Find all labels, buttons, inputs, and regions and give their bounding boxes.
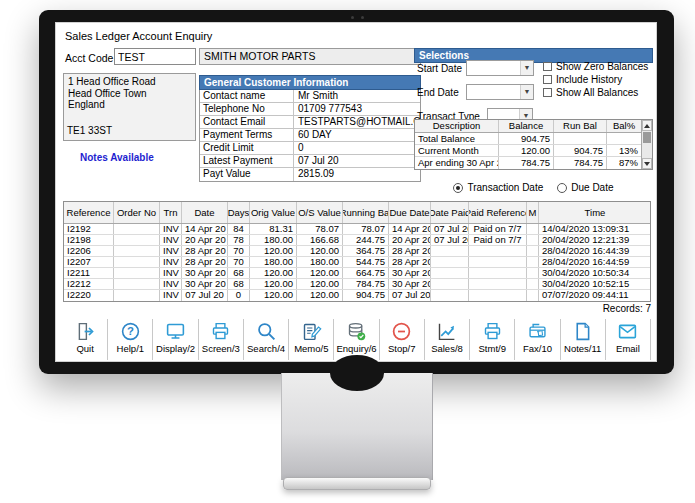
include-history-option[interactable]: Include History [543,73,648,85]
button-label: Email [616,343,640,354]
cell-days: 84 [228,224,250,234]
customer-info-row: Payt Value 2815.09 [200,168,420,181]
cell-orig-value: 81.31 [250,224,297,234]
stop-button[interactable]: Stop/7 [379,319,424,360]
end-date-label: End Date [417,87,459,98]
acct-code-label: Acct Code [65,52,113,64]
show-all-balances-option[interactable]: Show All Balances [543,86,648,98]
transaction-date-radio[interactable]: Transaction Date [453,182,543,193]
statement-button[interactable]: Stmt/9 [469,319,514,360]
cell-trn: INV [160,246,182,256]
scroll-down-icon[interactable] [642,158,652,169]
cell-due-date: 28 Apr 20 [389,257,431,267]
cell-date-paid [431,257,469,267]
cell-trn: INV [160,235,182,245]
due-date-radio[interactable]: Due Date [557,182,613,193]
transaction-row[interactable]: I2206 INV 28 Apr 20 70 120.00 120.00 364… [64,246,650,257]
cell-running-bal: 244.75 [343,235,389,245]
button-label: Stop/7 [388,343,415,354]
run-bal-value: 904.75 [554,145,607,156]
fax-button[interactable]: Fax/10 [514,319,559,360]
address-line: England [68,99,191,111]
cell-paid-reference [469,290,527,301]
bal-pct-value: 13% [607,145,641,156]
sales-button[interactable]: Sales/8 [424,319,469,360]
transactions-rows: I2192 INV 14 Apr 20 84 81.31 78.07 78.07… [64,224,650,301]
cell-running-bal: 784.75 [343,279,389,289]
monitor-stand [281,373,433,480]
cell-reference: I2212 [64,279,114,289]
customer-info-value: TESTPARTS@HOTMAIL.COM [294,116,420,128]
checkbox-label: Include History [556,74,622,85]
cell-days: 0 [228,290,250,301]
scrollbar-thumb[interactable] [643,132,651,143]
balance-row[interactable]: Apr ending 30 Apr 2 784.75 784.75 87% [415,157,641,169]
checkbox-icon[interactable] [543,88,552,97]
run-bal-value [554,133,607,144]
scroll-up-icon[interactable] [642,120,652,131]
transaction-row[interactable]: I2207 INV 28 Apr 20 70 180.00 180.00 544… [64,257,650,268]
quit-button[interactable]: Quit [63,319,107,360]
enquiry-button[interactable]: Enquiry/6 [333,319,378,360]
transaction-row[interactable]: I2220 INV 07 Jul 20 0 120.00 120.00 904.… [64,290,650,301]
cell-orig-value: 120.00 [250,246,297,256]
cell-reference: I2192 [64,224,114,234]
col-bal-pct: Bal% [607,120,641,132]
cell-m [527,257,539,267]
radio-unselected-icon[interactable] [557,183,567,193]
balance-value: 784.75 [499,157,554,169]
screen-print-button[interactable]: Screen/3 [198,319,243,360]
customer-info-label: Contact name [200,90,294,102]
radio-selected-icon[interactable] [453,183,463,193]
cell-trn: INV [160,224,182,234]
checkbox-icon[interactable] [543,62,552,71]
balance-value: 120.00 [499,145,554,156]
cell-m [527,224,539,234]
chevron-down-icon[interactable]: ▼ [520,61,533,75]
show-zero-balances-option[interactable]: Show Zero Balances [543,60,648,72]
stop-minus-icon [391,321,412,342]
cell-os-value: 120.00 [297,279,343,289]
postcode: TE1 33ST [63,123,196,139]
start-date-combobox[interactable]: ▼ [466,60,534,76]
balance-description: Apr ending 30 Apr 2 [415,157,499,169]
notes-available-link[interactable]: Notes Available [80,152,154,163]
cell-date: 30 Apr 20 [182,279,228,289]
balance-filter-checkboxes: Show Zero Balances Include History Show … [543,60,648,99]
end-date-combobox[interactable]: ▼ [466,84,534,100]
acct-code-input[interactable] [114,48,196,65]
display-button[interactable]: Display/2 [152,319,197,360]
monitor-base [283,477,431,490]
customer-info-label: Payment Terms [200,129,294,141]
stand-notch [330,355,384,391]
balance-row[interactable]: Current Month 120.00 904.75 13% [415,145,641,157]
balance-row[interactable]: Total Balance 904.75 [415,133,641,145]
cell-order-no [114,235,160,245]
memo-button[interactable]: Memo/5 [288,319,333,360]
col-days: Days [228,202,250,223]
cell-time: 20/04/2020 12:21:39 [539,235,651,245]
balance-value: 904.75 [499,133,554,144]
cell-running-bal: 904.75 [343,290,389,301]
email-button[interactable]: Email [605,319,651,360]
cell-reference: I2206 [64,246,114,256]
transaction-row[interactable]: I2198 INV 20 Apr 20 78 180.00 166.68 244… [64,235,650,246]
cell-order-no [114,224,160,234]
balances-scrollbar[interactable] [641,120,652,169]
cell-orig-value: 120.00 [250,268,297,278]
cell-date-paid: 07 Jul 20 [431,235,469,245]
transaction-row[interactable]: I2211 INV 30 Apr 20 68 120.00 120.00 664… [64,268,650,279]
cell-paid-reference [469,246,527,256]
button-label: Enquiry/6 [336,343,376,354]
cell-order-no [114,257,160,267]
chevron-down-icon[interactable]: ▼ [520,85,533,99]
col-orig-value: Orig Value [250,202,297,223]
transaction-row[interactable]: I2192 INV 14 Apr 20 84 81.31 78.07 78.07… [64,224,650,235]
checkbox-icon[interactable] [543,75,552,84]
cell-time: 30/04/2020 10:52:15 [539,279,651,289]
transaction-row[interactable]: I2212 INV 30 Apr 20 68 120.00 120.00 784… [64,279,650,290]
notes-button[interactable]: Notes/11 [560,319,605,360]
help-button[interactable]: ? Help/1 [107,319,152,360]
search-button[interactable]: Search/4 [243,319,288,360]
cell-date: 28 Apr 20 [182,246,228,256]
